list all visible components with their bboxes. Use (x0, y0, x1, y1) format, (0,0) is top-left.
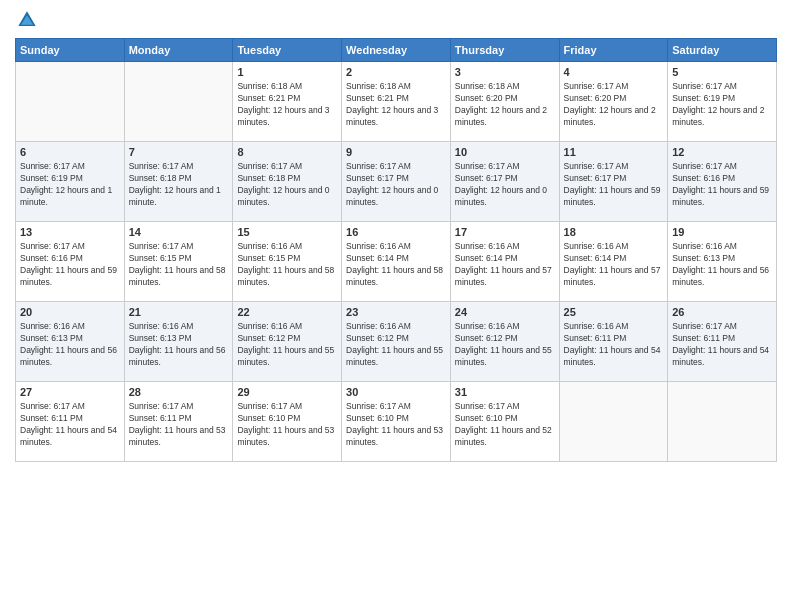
day-info: Sunrise: 6:17 AM Sunset: 6:11 PM Dayligh… (20, 401, 120, 449)
calendar-cell: 21Sunrise: 6:16 AM Sunset: 6:13 PM Dayli… (124, 302, 233, 382)
calendar-cell: 19Sunrise: 6:16 AM Sunset: 6:13 PM Dayli… (668, 222, 777, 302)
day-info: Sunrise: 6:17 AM Sunset: 6:11 PM Dayligh… (129, 401, 229, 449)
day-info: Sunrise: 6:16 AM Sunset: 6:14 PM Dayligh… (564, 241, 664, 289)
day-number: 31 (455, 385, 555, 400)
calendar-cell: 14Sunrise: 6:17 AM Sunset: 6:15 PM Dayli… (124, 222, 233, 302)
day-info: Sunrise: 6:17 AM Sunset: 6:18 PM Dayligh… (237, 161, 337, 209)
day-number: 2 (346, 65, 446, 80)
day-number: 25 (564, 305, 664, 320)
week-row-3: 13Sunrise: 6:17 AM Sunset: 6:16 PM Dayli… (16, 222, 777, 302)
day-number: 5 (672, 65, 772, 80)
calendar-cell: 11Sunrise: 6:17 AM Sunset: 6:17 PM Dayli… (559, 142, 668, 222)
day-info: Sunrise: 6:17 AM Sunset: 6:17 PM Dayligh… (564, 161, 664, 209)
day-number: 10 (455, 145, 555, 160)
day-number: 23 (346, 305, 446, 320)
day-number: 22 (237, 305, 337, 320)
day-info: Sunrise: 6:17 AM Sunset: 6:16 PM Dayligh… (20, 241, 120, 289)
logo-icon (17, 10, 37, 30)
day-info: Sunrise: 6:16 AM Sunset: 6:14 PM Dayligh… (455, 241, 555, 289)
day-info: Sunrise: 6:17 AM Sunset: 6:17 PM Dayligh… (455, 161, 555, 209)
calendar-cell: 18Sunrise: 6:16 AM Sunset: 6:14 PM Dayli… (559, 222, 668, 302)
calendar-cell: 27Sunrise: 6:17 AM Sunset: 6:11 PM Dayli… (16, 382, 125, 462)
col-header-tuesday: Tuesday (233, 39, 342, 62)
day-number: 16 (346, 225, 446, 240)
calendar-cell (668, 382, 777, 462)
day-number: 7 (129, 145, 229, 160)
day-info: Sunrise: 6:16 AM Sunset: 6:12 PM Dayligh… (346, 321, 446, 369)
calendar-cell (16, 62, 125, 142)
day-info: Sunrise: 6:17 AM Sunset: 6:10 PM Dayligh… (346, 401, 446, 449)
day-info: Sunrise: 6:17 AM Sunset: 6:17 PM Dayligh… (346, 161, 446, 209)
calendar-cell: 13Sunrise: 6:17 AM Sunset: 6:16 PM Dayli… (16, 222, 125, 302)
week-row-4: 20Sunrise: 6:16 AM Sunset: 6:13 PM Dayli… (16, 302, 777, 382)
page: SundayMondayTuesdayWednesdayThursdayFrid… (0, 0, 792, 612)
calendar-cell: 9Sunrise: 6:17 AM Sunset: 6:17 PM Daylig… (342, 142, 451, 222)
day-info: Sunrise: 6:18 AM Sunset: 6:21 PM Dayligh… (237, 81, 337, 129)
day-info: Sunrise: 6:17 AM Sunset: 6:10 PM Dayligh… (237, 401, 337, 449)
day-number: 20 (20, 305, 120, 320)
day-info: Sunrise: 6:16 AM Sunset: 6:11 PM Dayligh… (564, 321, 664, 369)
day-number: 19 (672, 225, 772, 240)
calendar-cell: 31Sunrise: 6:17 AM Sunset: 6:10 PM Dayli… (450, 382, 559, 462)
day-number: 8 (237, 145, 337, 160)
day-number: 15 (237, 225, 337, 240)
calendar-cell: 15Sunrise: 6:16 AM Sunset: 6:15 PM Dayli… (233, 222, 342, 302)
calendar-cell: 2Sunrise: 6:18 AM Sunset: 6:21 PM Daylig… (342, 62, 451, 142)
calendar-cell: 23Sunrise: 6:16 AM Sunset: 6:12 PM Dayli… (342, 302, 451, 382)
day-info: Sunrise: 6:17 AM Sunset: 6:11 PM Dayligh… (672, 321, 772, 369)
day-info: Sunrise: 6:16 AM Sunset: 6:13 PM Dayligh… (672, 241, 772, 289)
day-info: Sunrise: 6:17 AM Sunset: 6:19 PM Dayligh… (20, 161, 120, 209)
day-number: 21 (129, 305, 229, 320)
calendar: SundayMondayTuesdayWednesdayThursdayFrid… (15, 38, 777, 462)
calendar-cell: 26Sunrise: 6:17 AM Sunset: 6:11 PM Dayli… (668, 302, 777, 382)
day-number: 24 (455, 305, 555, 320)
calendar-cell: 1Sunrise: 6:18 AM Sunset: 6:21 PM Daylig… (233, 62, 342, 142)
day-number: 28 (129, 385, 229, 400)
col-header-thursday: Thursday (450, 39, 559, 62)
calendar-cell: 12Sunrise: 6:17 AM Sunset: 6:16 PM Dayli… (668, 142, 777, 222)
calendar-cell: 6Sunrise: 6:17 AM Sunset: 6:19 PM Daylig… (16, 142, 125, 222)
day-number: 3 (455, 65, 555, 80)
calendar-cell: 16Sunrise: 6:16 AM Sunset: 6:14 PM Dayli… (342, 222, 451, 302)
calendar-cell: 10Sunrise: 6:17 AM Sunset: 6:17 PM Dayli… (450, 142, 559, 222)
day-info: Sunrise: 6:17 AM Sunset: 6:16 PM Dayligh… (672, 161, 772, 209)
calendar-cell: 20Sunrise: 6:16 AM Sunset: 6:13 PM Dayli… (16, 302, 125, 382)
day-info: Sunrise: 6:17 AM Sunset: 6:18 PM Dayligh… (129, 161, 229, 209)
col-header-monday: Monday (124, 39, 233, 62)
day-info: Sunrise: 6:16 AM Sunset: 6:13 PM Dayligh… (129, 321, 229, 369)
calendar-cell: 3Sunrise: 6:18 AM Sunset: 6:20 PM Daylig… (450, 62, 559, 142)
day-number: 26 (672, 305, 772, 320)
day-info: Sunrise: 6:16 AM Sunset: 6:12 PM Dayligh… (455, 321, 555, 369)
calendar-cell: 7Sunrise: 6:17 AM Sunset: 6:18 PM Daylig… (124, 142, 233, 222)
week-row-1: 1Sunrise: 6:18 AM Sunset: 6:21 PM Daylig… (16, 62, 777, 142)
week-row-5: 27Sunrise: 6:17 AM Sunset: 6:11 PM Dayli… (16, 382, 777, 462)
day-number: 11 (564, 145, 664, 160)
col-header-friday: Friday (559, 39, 668, 62)
col-header-saturday: Saturday (668, 39, 777, 62)
day-number: 6 (20, 145, 120, 160)
day-number: 30 (346, 385, 446, 400)
calendar-cell (559, 382, 668, 462)
day-number: 12 (672, 145, 772, 160)
day-info: Sunrise: 6:16 AM Sunset: 6:13 PM Dayligh… (20, 321, 120, 369)
day-number: 17 (455, 225, 555, 240)
col-header-wednesday: Wednesday (342, 39, 451, 62)
calendar-cell: 4Sunrise: 6:17 AM Sunset: 6:20 PM Daylig… (559, 62, 668, 142)
day-info: Sunrise: 6:16 AM Sunset: 6:12 PM Dayligh… (237, 321, 337, 369)
day-info: Sunrise: 6:16 AM Sunset: 6:14 PM Dayligh… (346, 241, 446, 289)
day-number: 14 (129, 225, 229, 240)
calendar-cell: 8Sunrise: 6:17 AM Sunset: 6:18 PM Daylig… (233, 142, 342, 222)
header (15, 10, 777, 30)
day-number: 1 (237, 65, 337, 80)
day-info: Sunrise: 6:17 AM Sunset: 6:19 PM Dayligh… (672, 81, 772, 129)
day-number: 27 (20, 385, 120, 400)
calendar-cell: 17Sunrise: 6:16 AM Sunset: 6:14 PM Dayli… (450, 222, 559, 302)
calendar-cell: 25Sunrise: 6:16 AM Sunset: 6:11 PM Dayli… (559, 302, 668, 382)
col-header-sunday: Sunday (16, 39, 125, 62)
calendar-cell: 30Sunrise: 6:17 AM Sunset: 6:10 PM Dayli… (342, 382, 451, 462)
day-info: Sunrise: 6:16 AM Sunset: 6:15 PM Dayligh… (237, 241, 337, 289)
day-number: 18 (564, 225, 664, 240)
day-info: Sunrise: 6:18 AM Sunset: 6:21 PM Dayligh… (346, 81, 446, 129)
calendar-cell: 24Sunrise: 6:16 AM Sunset: 6:12 PM Dayli… (450, 302, 559, 382)
calendar-cell (124, 62, 233, 142)
